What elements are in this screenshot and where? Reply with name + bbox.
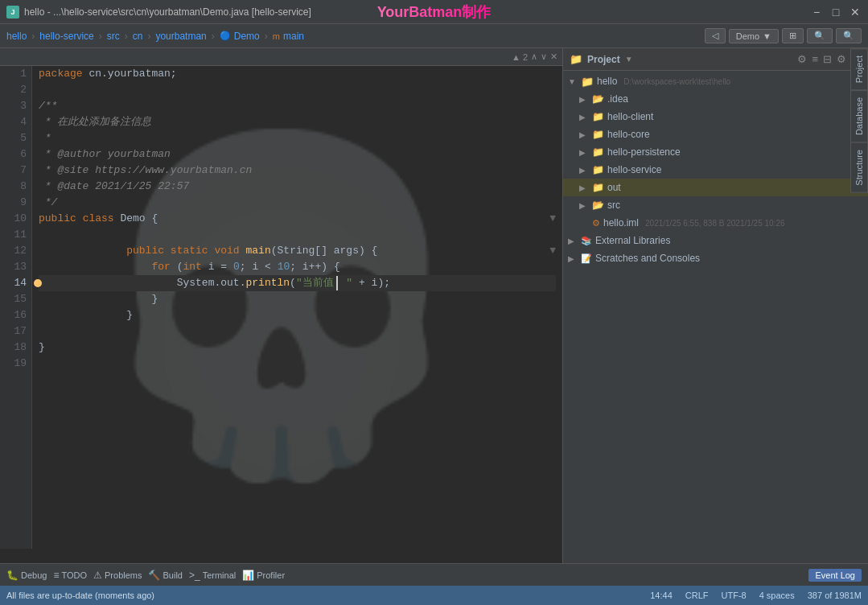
nav-crumb-yourbatman[interactable]: yourbatman [155,31,206,42]
code-line-3: /** [39,98,556,114]
iml-meta: 2021/1/25 6:55, 838 B 2021/1/25 10:26 [645,219,785,228]
tree-hello-service[interactable]: ▶ 📁 hello-service [563,161,868,179]
window-controls: − □ ✕ [810,6,862,19]
close-button[interactable]: ✕ [849,6,862,19]
nav-bar: hello › hello-service › src › cn › yourb… [0,24,868,48]
structure-tab[interactable]: Structure [850,142,868,193]
side-panel: 📁 Project ▼ ⚙ ≡ ⊟ ⚙ — ▼ 📁 hello D:\works… [562,48,868,563]
line-num-8: 8 [5,179,27,195]
problems-tab[interactable]: ⚠ Problems [93,570,142,581]
profiler-label: Profiler [257,570,285,580]
title-bar: J hello - ...\hello-service\src\cn\yourb… [0,0,868,24]
tree-hello-core[interactable]: ▶ 📁 hello-core [563,126,868,143]
line-num-17: 17 [5,323,27,340]
client-label: hello-client [607,111,653,122]
status-time[interactable]: 14:44 [650,591,673,600]
demo-run-button[interactable]: Demo ▼ [729,29,779,43]
out-folder-icon: 📁 [592,182,604,193]
line-num-12: 12 [5,243,27,259]
debug-tab[interactable]: 🐛 Debug [6,570,47,581]
database-tab[interactable]: Database [850,90,868,142]
event-log-button[interactable]: Event Log [808,569,862,582]
status-encoding[interactable]: UTF-8 [722,591,747,600]
demo-run-label: Demo [736,31,759,41]
nav-crumb-src[interactable]: src [107,31,120,42]
sync-action-btn[interactable]: ⚙ [797,53,807,65]
build-icon: 🔨 [148,570,160,581]
code-content[interactable]: package cn.yourbatman; /** * 在此处添加备注信息 * [32,66,562,549]
fold-btn-12[interactable]: ▼ [549,243,556,259]
code-editor[interactable]: 1 2 3 4 5 6 7 8 9 10 11 12 13 14 15 16 1… [0,66,562,549]
todo-label: TODO [61,570,87,580]
code-line-17 [39,323,556,340]
line-num-16: 16 [5,307,27,323]
code-line-2 [39,82,556,98]
tree-hello-client[interactable]: ▶ 📁 hello-client [563,108,868,126]
tree-src[interactable]: ▶ 📂 src [563,196,868,214]
line-num-6: 6 [5,146,27,163]
sort-action-btn[interactable]: ≡ [812,53,818,65]
nav-sep-3: › [125,31,128,42]
tree-hello-persistence[interactable]: ▶ 📁 hello-persistence [563,143,868,161]
tree-external-libraries[interactable]: ▶ 📚 External Libraries [563,232,868,249]
project-view-button[interactable]: ⊞ [782,28,804,43]
nav-crumb-cn[interactable]: cn [133,31,143,42]
build-tab[interactable]: 🔨 Build [148,570,182,581]
root-folder-icon: 📁 [581,76,594,88]
build-label: Build [162,570,182,580]
ext-label: External Libraries [595,235,670,246]
line-num-10: 10 [5,211,27,227]
todo-tab[interactable]: ≡ TODO [53,570,87,581]
nav-crumb-hello[interactable]: hello [6,31,27,42]
code-line-19 [39,356,556,372]
scratches-icon: 📝 [581,253,592,264]
nav-crumb-main[interactable]: main [283,31,304,42]
text-cursor [336,276,338,290]
terminal-tab[interactable]: >_ Terminal [189,570,236,581]
tree-idea[interactable]: ▶ 📂 .idea [563,90,868,108]
title-text: hello - ...\hello-service\src\cn\yourbat… [24,6,311,18]
tree-root[interactable]: ▼ 📁 hello D:\workspaces-work\test\hello [563,72,868,90]
app-icon: J [6,6,19,19]
nav-crumb-service[interactable]: hello-service [39,31,93,42]
scroll-down-btn[interactable]: ∨ [541,51,547,62]
root-arrow: ▼ [568,77,578,86]
settings-action-btn[interactable]: ⚙ [837,53,846,65]
scroll-up-btn[interactable]: ∧ [531,51,537,62]
persistence-folder-icon: 📁 [592,146,604,158]
line-num-14: 14 [5,275,27,291]
tree-hello-iml[interactable]: ▶ ⚙ hello.iml 2021/1/25 6:55, 838 B 2021… [563,214,868,232]
debug-label: Debug [21,570,47,580]
code-line-18: } [39,340,556,356]
project-tab[interactable]: Project [850,48,868,90]
debug-icon: 🐛 [6,570,19,581]
terminal-label: Terminal [203,570,237,580]
idea-arrow: ▶ [579,95,589,104]
search-nav-button[interactable]: 🔍 [807,28,833,43]
back-nav-button[interactable]: ◁ [705,28,726,43]
maximize-button[interactable]: □ [829,6,842,19]
fold-btn-10[interactable]: ▼ [549,211,556,227]
ext-arrow: ▶ [568,237,578,245]
title-app: hello [24,6,44,18]
status-indent[interactable]: 4 spaces [759,591,795,600]
nav-sep-2: › [99,31,102,42]
persistence-arrow: ▶ [579,148,589,157]
find-button[interactable]: 🔍 [836,28,862,43]
warning-count[interactable]: ▲ 2 [512,52,528,62]
project-dropdown-arrow[interactable]: ▼ [625,55,633,64]
code-line-9: */ [39,195,556,211]
code-line-4: * 在此处添加备注信息 [39,114,556,130]
status-line-endings[interactable]: CRLF [685,591,709,600]
tree-out[interactable]: ▶ 📁 out [563,179,868,196]
idea-folder-icon: 📂 [592,93,604,105]
close-warnings-btn[interactable]: ✕ [550,51,557,62]
collapse-action-btn[interactable]: ⊟ [823,53,832,65]
profiler-tab[interactable]: 📊 Profiler [242,570,285,581]
line-num-7: 7 [5,163,27,179]
tree-scratches[interactable]: ▶ 📝 Scratches and Consoles [563,249,868,267]
code-line-5: * [39,130,556,146]
nav-crumb-demo[interactable]: Demo [234,31,260,42]
minimize-button[interactable]: − [810,6,823,19]
iml-label: hello.iml [603,217,639,228]
